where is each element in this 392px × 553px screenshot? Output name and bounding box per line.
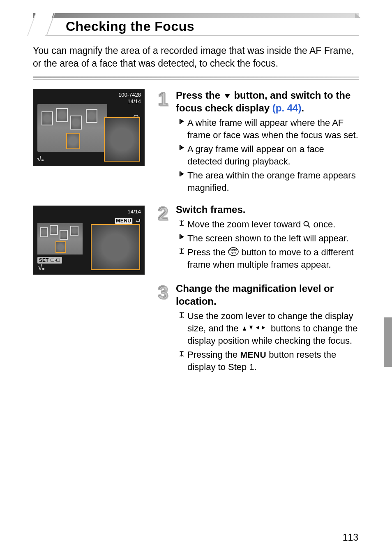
lcd-screenshot-1: 100-7428 14/14 bbox=[33, 89, 145, 166]
svg-marker-25 bbox=[243, 326, 246, 331]
operation-bullet: Move the zoom lever toward once. bbox=[176, 218, 359, 231]
image-count: 14/14 bbox=[127, 208, 141, 215]
svg-point-15 bbox=[304, 222, 309, 226]
result-arrow-icon bbox=[176, 232, 187, 245]
operation-bullet: Pressing the MENU button resets the disp… bbox=[176, 349, 359, 373]
step-3-heading: 3 Change the magnification level or loca… bbox=[176, 282, 359, 308]
quality-icon bbox=[37, 264, 45, 271]
section-title: Checking the Focus bbox=[66, 19, 194, 34]
page-number: 113 bbox=[343, 532, 358, 543]
svg-text:SET: SET bbox=[231, 252, 236, 255]
page-reference[interactable]: (p. 44) bbox=[272, 102, 302, 113]
step-number-2: 2 bbox=[158, 201, 168, 226]
operation-icon bbox=[176, 310, 187, 347]
operation-bullet: Press the FUNC.SET button to move to a d… bbox=[176, 246, 359, 271]
result-bullet: A gray frame will appear on a face detec… bbox=[176, 143, 359, 168]
image-count: 14/14 bbox=[118, 98, 141, 105]
menu-return-icon: MENU bbox=[115, 217, 141, 224]
svg-marker-9 bbox=[181, 146, 184, 149]
step-1-heading: 1 Press the button, and switch to the fo… bbox=[176, 89, 359, 114]
step-number-1: 1 bbox=[158, 87, 168, 112]
svg-marker-26 bbox=[249, 326, 253, 330]
operation-icon bbox=[176, 218, 187, 231]
step-number-3: 3 bbox=[158, 280, 168, 305]
quality-icon bbox=[37, 155, 44, 162]
svg-line-16 bbox=[308, 225, 310, 227]
divider bbox=[33, 76, 359, 80]
svg-rect-13 bbox=[42, 268, 44, 270]
svg-marker-19 bbox=[181, 235, 184, 238]
file-number: 100-7428 bbox=[118, 92, 141, 98]
menu-text-glyph: MENU bbox=[240, 350, 266, 359]
result-bullet: The area within the orange frame appears… bbox=[176, 169, 359, 194]
chapter-tab-current bbox=[384, 317, 392, 367]
svg-rect-2 bbox=[42, 160, 44, 161]
func-set-button-icon: FUNC.SET bbox=[228, 247, 239, 256]
chapter-tabs bbox=[384, 317, 392, 368]
result-arrow-icon bbox=[176, 169, 187, 194]
operation-bullet: Use the zoom lever to change the display… bbox=[176, 310, 359, 347]
result-arrow-icon bbox=[176, 143, 187, 168]
four-way-icon bbox=[241, 324, 268, 332]
svg-marker-6 bbox=[181, 120, 184, 123]
result-bullet: The screen shown to the left will appear… bbox=[176, 232, 359, 245]
lcd-screenshot-2: 14/14 MENU SET · bbox=[33, 206, 145, 275]
svg-marker-3 bbox=[224, 94, 230, 98]
intro-text: You can magnify the area of a recorded i… bbox=[33, 44, 359, 70]
result-arrow-icon bbox=[176, 117, 187, 141]
result-bullet: A white frame will appear where the AF f… bbox=[176, 117, 359, 141]
svg-marker-28 bbox=[262, 326, 265, 330]
svg-text:FUNC.: FUNC. bbox=[229, 249, 238, 252]
operation-icon bbox=[176, 246, 187, 271]
step-2-heading: 2 Switch frames. bbox=[176, 203, 359, 216]
svg-marker-12 bbox=[181, 172, 184, 176]
magnify-glyph-icon bbox=[303, 221, 311, 228]
down-triangle-icon bbox=[223, 92, 231, 99]
set-switch-badge: SET · bbox=[37, 257, 62, 264]
section-title-bar: Checking the Focus bbox=[33, 13, 359, 36]
svg-marker-27 bbox=[256, 326, 259, 330]
operation-icon bbox=[176, 349, 187, 373]
